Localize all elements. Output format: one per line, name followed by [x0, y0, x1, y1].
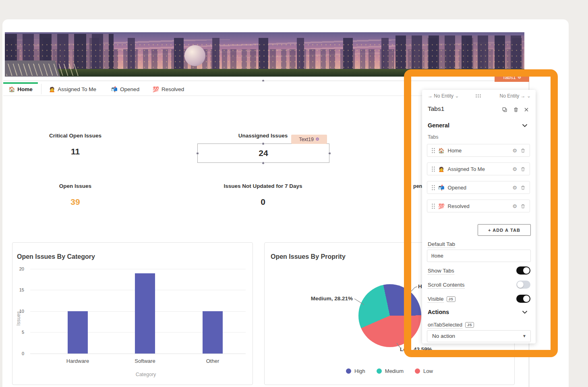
text19-badge-label: Text19 [299, 137, 314, 142]
x-axis-line [30, 354, 246, 354]
pane-tab-row-home[interactable]: 🏠 Home ⚙ [427, 144, 530, 157]
tab-settings-gear-icon[interactable]: ⚙ [512, 166, 517, 172]
low-callout: Low, 43.59% [400, 346, 432, 352]
bar-other [203, 311, 223, 354]
section-actions[interactable]: Actions [428, 309, 449, 315]
text19-widget-badge[interactable]: Text19 ⚙ [291, 135, 327, 144]
on-tab-selected-label: onTabSelectedJS [428, 322, 474, 328]
legend-medium-label: Medium [385, 368, 404, 374]
tab-settings-gear-icon[interactable]: ⚙ [512, 185, 517, 191]
right-arrow-icon: → [521, 93, 526, 99]
pane-tab-opened-label: Opened [448, 185, 466, 191]
stat-critical-value: 11 [15, 147, 136, 156]
scroll-contents-label: Scroll Contents [428, 282, 465, 288]
gridline [30, 269, 246, 269]
default-tab-label: Default Tab [428, 241, 455, 247]
left-arrow-icon: → [428, 93, 433, 99]
text19-gear-icon[interactable]: ⚙ [315, 137, 319, 142]
close-pane-icon[interactable] [523, 106, 530, 113]
tab-home-label: Home [17, 86, 33, 92]
tab-delete-icon[interactable] [520, 204, 526, 209]
tab-resolved[interactable]: 💯 Resolved [148, 83, 188, 95]
ytick-15: 15 [15, 287, 24, 292]
section-general[interactable]: General [428, 122, 449, 129]
tab-assigned-label: Assigned To Me [58, 86, 96, 92]
stat-critical-label: Critical Open Issues [15, 133, 136, 139]
show-tabs-toggle[interactable] [516, 266, 530, 275]
drag-handle-icon[interactable] [431, 203, 435, 209]
text19-handle-top[interactable] [262, 142, 265, 145]
tabs1-badge-label: Tabs1 [502, 75, 516, 80]
visible-toggle[interactable] [516, 295, 530, 303]
pane-tab-assigned-label: Assigned To Me [448, 166, 485, 172]
tabs-widget-top-edge [3, 81, 527, 81]
assigned-tab-icon: 🙍 [49, 86, 55, 92]
tabs1-gear-icon[interactable]: ⚙ [518, 75, 522, 80]
pane-entity-row: → No Entity ⌄ No Entity → ⌄ [422, 92, 536, 100]
tab-settings-gear-icon[interactable]: ⚙ [512, 148, 517, 154]
no-action-value: No action [432, 333, 455, 339]
no-action-dropdown[interactable]: No action ▼ [427, 330, 531, 342]
text19-handle-right[interactable] [328, 152, 331, 155]
medium-callout: Medium, 28.21% [311, 295, 353, 302]
opened-tab-icon: 📬 [438, 185, 445, 191]
drag-handle-icon[interactable] [431, 148, 435, 153]
category-hardware: Hardware [58, 358, 98, 364]
legend-dot-low [415, 368, 420, 374]
add-a-tab-button[interactable]: + ADD A TAB [478, 224, 531, 236]
bar-software [135, 273, 155, 354]
tabs-list-label: Tabs [428, 134, 438, 140]
stat-not-updated-value: 0 [203, 197, 323, 207]
general-chevron-icon[interactable] [522, 124, 528, 129]
text19-handle-bottom[interactable] [262, 162, 265, 164]
legend-high-label: High [354, 368, 365, 374]
high-leader-line [408, 287, 417, 295]
tab-settings-gear-icon[interactable]: ⚙ [512, 203, 517, 209]
page-background: 🏠 Home 🙍 Assigned To Me 📬 Opened 💯 Resol… [0, 0, 588, 387]
bar-chart-title: Open Issues By Category [17, 253, 95, 260]
tab-assigned-to-me[interactable]: 🙍 Assigned To Me [43, 83, 102, 95]
tab-resolved-label: Resolved [161, 86, 184, 92]
drag-handle-icon[interactable] [431, 185, 435, 190]
stat-open-label: Open Issues [15, 183, 136, 189]
default-tab-input[interactable]: Home [427, 250, 531, 262]
drag-handle-icon[interactable] [431, 166, 435, 172]
pane-tab-row-assigned[interactable]: 🙍 Assigned To Me ⚙ [427, 162, 530, 175]
assigned-tab-icon: 🙍 [438, 166, 445, 172]
legend-low-label: Low [423, 368, 433, 374]
stat-not-updated-label: Issues Not Updated for 7 Days [203, 183, 323, 189]
text19-widget[interactable]: 24 [197, 144, 329, 163]
text19-handle-left[interactable] [196, 152, 199, 155]
ytick-5: 5 [15, 330, 24, 335]
visible-js-toggle[interactable]: JS [447, 296, 455, 302]
pane-tab-row-opened[interactable]: 📬 Opened ⚙ [427, 181, 530, 194]
entity-right-label: No Entity [500, 93, 520, 99]
ontabselected-js-toggle[interactable]: JS [465, 322, 474, 328]
tab-delete-icon[interactable] [520, 185, 526, 190]
scroll-contents-toggle[interactable] [516, 281, 530, 289]
tab-opened-label: Opened [120, 86, 139, 92]
tab-delete-icon[interactable] [520, 148, 526, 153]
legend-high: High [346, 368, 365, 374]
entity-explorer-right[interactable]: No Entity → ⌄ [500, 93, 531, 99]
pie-legend: High Medium Low [264, 368, 515, 374]
tab-delete-icon[interactable] [520, 166, 526, 172]
entity-explorer-left[interactable]: → No Entity ⌄ [428, 93, 459, 99]
chevron-down-icon: ⌄ [527, 93, 531, 99]
pane-tab-row-resolved[interactable]: 💯 Resolved ⚙ [427, 200, 530, 212]
copy-widget-icon[interactable] [501, 106, 508, 113]
opened-tab-icon: 📬 [111, 86, 118, 92]
actions-chevron-icon[interactable] [522, 310, 528, 316]
show-tabs-label: Show Tabs [428, 268, 454, 274]
delete-widget-icon[interactable] [512, 106, 520, 113]
bindings-grid-icon[interactable] [475, 94, 481, 98]
category-other: Other [193, 358, 233, 364]
tab-opened[interactable]: 📬 Opened [106, 83, 144, 95]
home-tab-icon: 🏠 [438, 148, 445, 154]
header-image [5, 32, 524, 77]
legend-dot-medium [377, 368, 382, 374]
tabs1-widget-badge[interactable]: Tabs1 ⚙ [495, 73, 529, 82]
bar-hardware [68, 311, 88, 354]
tab-home[interactable]: 🏠 Home [3, 83, 38, 95]
pane-widget-title[interactable]: Tabs1 [428, 105, 444, 112]
